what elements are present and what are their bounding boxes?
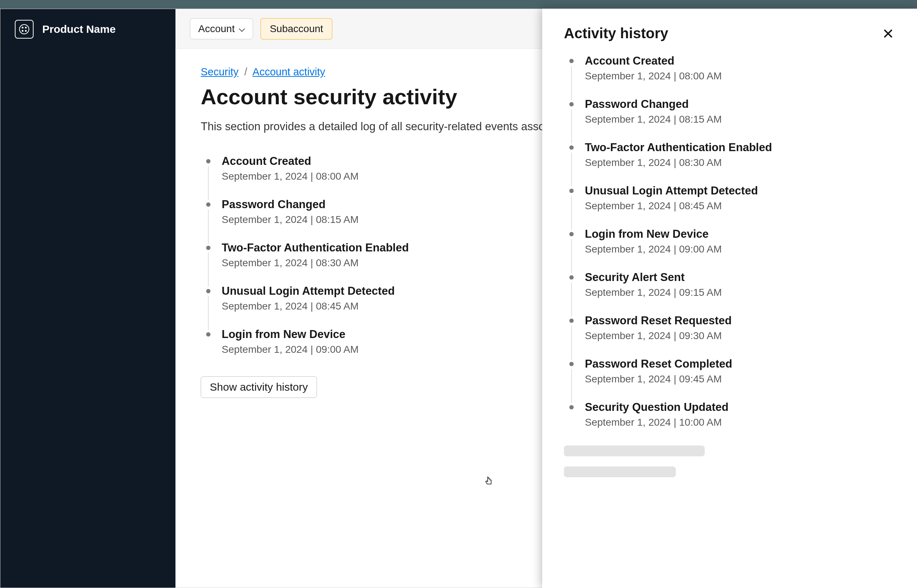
subaccount-pill[interactable]: Subaccount bbox=[260, 18, 332, 40]
timeline-item-title: Security Alert Sent bbox=[585, 271, 895, 284]
timeline-item: Security Question UpdatedSeptember 1, 20… bbox=[564, 401, 895, 444]
account-dropdown[interactable]: Account bbox=[190, 18, 253, 39]
skeleton-line bbox=[564, 446, 705, 456]
timeline-item: Account CreatedSeptember 1, 2024 | 08:00… bbox=[564, 55, 895, 98]
timeline-item: Security Alert SentSeptember 1, 2024 | 0… bbox=[564, 271, 895, 314]
breadcrumb-current-link[interactable]: Account activity bbox=[252, 66, 325, 78]
timeline-item: Password ChangedSeptember 1, 2024 | 08:1… bbox=[564, 98, 895, 141]
close-drawer-button[interactable] bbox=[881, 26, 895, 41]
timeline-item-title: Password Reset Requested bbox=[585, 314, 895, 327]
timeline-item-date: September 1, 2024 | 09:45 AM bbox=[585, 373, 895, 385]
timeline-item-title: Two-Factor Authentication Enabled bbox=[585, 141, 895, 154]
breadcrumb-root-link[interactable]: Security bbox=[201, 66, 239, 78]
timeline-item-title: Password Changed bbox=[585, 98, 895, 111]
drawer-activity-timeline: Account CreatedSeptember 1, 2024 | 08:00… bbox=[564, 55, 895, 444]
drawer-title: Activity history bbox=[564, 25, 668, 42]
timeline-item: Two-Factor Authentication EnabledSeptemb… bbox=[564, 141, 895, 184]
timeline-item: Login from New DeviceSeptember 1, 2024 |… bbox=[564, 228, 895, 271]
chevron-down-icon bbox=[239, 26, 245, 32]
sidebar-header: Product Name bbox=[0, 9, 175, 49]
timeline-item-date: September 1, 2024 | 09:00 AM bbox=[585, 244, 895, 255]
sidebar: Product Name bbox=[0, 9, 175, 588]
product-logo-icon bbox=[15, 20, 34, 39]
timeline-item: Password Reset CompletedSeptember 1, 202… bbox=[564, 357, 895, 401]
timeline-item-date: September 1, 2024 | 08:00 AM bbox=[585, 70, 895, 82]
product-name: Product Name bbox=[42, 23, 115, 36]
timeline-item-date: September 1, 2024 | 09:30 AM bbox=[585, 330, 895, 342]
timeline-item: Password Reset RequestedSeptember 1, 202… bbox=[564, 314, 895, 357]
breadcrumb-separator: / bbox=[245, 66, 247, 78]
show-activity-history-button[interactable]: Show activity history bbox=[201, 376, 317, 398]
skeleton-line bbox=[564, 467, 676, 477]
timeline-item-title: Login from New Device bbox=[585, 228, 895, 241]
timeline-item-title: Account Created bbox=[585, 55, 895, 68]
timeline-item-title: Unusual Login Attempt Detected bbox=[585, 184, 895, 197]
timeline-item-title: Password Reset Completed bbox=[585, 357, 895, 370]
drawer-header: Activity history bbox=[564, 25, 895, 42]
timeline-item-title: Security Question Updated bbox=[585, 401, 895, 414]
timeline-item-date: September 1, 2024 | 08:45 AM bbox=[585, 200, 895, 212]
subaccount-label: Subaccount bbox=[270, 23, 323, 34]
timeline-item-date: September 1, 2024 | 08:30 AM bbox=[585, 157, 895, 168]
timeline-item: Unusual Login Attempt DetectedSeptember … bbox=[564, 184, 895, 228]
loading-skeleton-group bbox=[564, 446, 895, 477]
activity-history-drawer: Activity history Account CreatedSeptembe… bbox=[542, 9, 917, 588]
cursor-pointer-icon bbox=[484, 476, 494, 486]
account-dropdown-label: Account bbox=[198, 23, 235, 35]
timeline-item-date: September 1, 2024 | 09:15 AM bbox=[585, 287, 895, 298]
timeline-item-date: September 1, 2024 | 08:15 AM bbox=[585, 114, 895, 125]
timeline-item-date: September 1, 2024 | 10:00 AM bbox=[585, 417, 895, 428]
